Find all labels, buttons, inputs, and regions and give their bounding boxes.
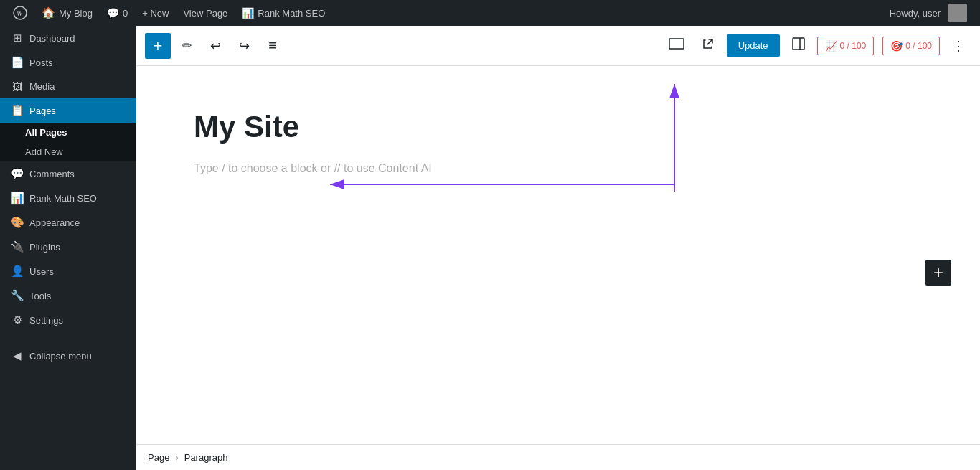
pages-icon: 📋 <box>11 104 24 117</box>
dashboard-icon: ⊞ <box>11 32 24 44</box>
sidebar-subitem-add-new[interactable]: Add New <box>0 142 136 161</box>
seo-score-readability[interactable]: 🎯 0 / 100 <box>882 37 940 55</box>
sidebar-active-arrow <box>131 105 136 116</box>
comments-icon: 💬 <box>11 167 24 180</box>
layout-icon <box>792 37 805 54</box>
pages-submenu: All Pages Add New <box>0 123 136 161</box>
undo-icon: ↩ <box>210 38 221 54</box>
svg-rect-3 <box>793 38 804 50</box>
admin-bar-blog-name[interactable]: 🏠 My Blog <box>34 0 100 26</box>
posts-icon: 📄 <box>11 56 24 69</box>
admin-bar: W 🏠 My Blog 💬 0 + New View Page 📊 Rank M… <box>0 0 980 26</box>
tools-button[interactable]: ✏ <box>174 33 199 59</box>
list-icon: ≡ <box>268 37 277 54</box>
sidebar-item-tools[interactable]: 🔧 Tools <box>0 283 136 308</box>
breadcrumb-separator: › <box>175 452 178 463</box>
add-block-floating-button[interactable]: + <box>925 260 951 286</box>
appearance-icon: 🎨 <box>11 216 24 229</box>
sidebar: ⊞ Dashboard 📄 Posts 🖼 Media 📋 Pages All … <box>0 26 136 470</box>
sidebar-item-settings[interactable]: ⚙ Settings <box>0 308 136 332</box>
editor-content[interactable]: My Site Type / to choose a block or // t… <box>136 66 980 444</box>
settings-icon: ⚙ <box>11 314 24 326</box>
sidebar-item-media[interactable]: 🖼 Media <box>0 75 136 98</box>
document-overview-button[interactable]: ≡ <box>260 33 286 59</box>
page-title-input[interactable]: My Site <box>194 109 923 145</box>
plugins-icon: 🔌 <box>11 240 24 253</box>
seo-score-seo[interactable]: 📈 0 / 100 <box>817 37 875 55</box>
media-icon: 🖼 <box>11 80 24 93</box>
block-placeholder[interactable]: Type / to choose a block or // to use Co… <box>194 162 923 175</box>
view-page-button[interactable] <box>695 33 721 59</box>
sidebar-item-appearance[interactable]: 🎨 Appearance <box>0 210 136 235</box>
sidebar-item-posts[interactable]: 📄 Posts <box>0 50 136 75</box>
admin-bar-view-page[interactable]: View Page <box>176 0 235 26</box>
add-block-floating-icon: + <box>933 263 943 283</box>
rank-math-icon: 📊 <box>11 192 24 205</box>
breadcrumb-current[interactable]: Paragraph <box>184 452 228 463</box>
sidebar-item-pages[interactable]: 📋 Pages <box>0 98 136 123</box>
redo-button[interactable]: ↪ <box>231 33 257 59</box>
admin-bar-new[interactable]: + New <box>135 0 176 26</box>
editor-toolbar: + ✏ ↩ ↪ ≡ <box>136 26 980 66</box>
update-button[interactable]: Update <box>727 34 780 57</box>
svg-text:W: W <box>17 9 24 17</box>
svg-rect-2 <box>669 39 684 49</box>
sidebar-item-users[interactable]: 👤 Users <box>0 259 136 283</box>
sidebar-subitem-all-pages[interactable]: All Pages <box>0 123 136 142</box>
status-bar: Page › Paragraph <box>136 444 980 470</box>
sidebar-item-comments[interactable]: 💬 Comments <box>0 161 136 186</box>
admin-bar-rank-math[interactable]: 📊 Rank Math SEO <box>235 0 332 26</box>
admin-bar-howdy[interactable]: Howdy, user <box>882 0 974 26</box>
sidebar-item-dashboard[interactable]: ⊞ Dashboard <box>0 26 136 50</box>
kebab-icon: ⋮ <box>952 38 965 54</box>
settings-panel-button[interactable] <box>786 33 811 59</box>
undo-button[interactable]: ↩ <box>202 33 228 59</box>
add-block-button[interactable]: + <box>145 33 171 59</box>
breadcrumb-page[interactable]: Page <box>148 452 169 463</box>
pencil-icon: ✏ <box>182 39 192 52</box>
more-options-button[interactable]: ⋮ <box>946 33 971 59</box>
preview-icon <box>669 38 684 53</box>
collapse-icon: ◀ <box>11 349 24 362</box>
sidebar-collapse-menu[interactable]: ◀ Collapse menu <box>0 344 136 368</box>
editor-area: + ✏ ↩ ↪ ≡ <box>136 26 980 470</box>
sidebar-item-rank-math[interactable]: 📊 Rank Math SEO <box>0 186 136 210</box>
external-link-icon <box>702 37 715 54</box>
sidebar-item-plugins[interactable]: 🔌 Plugins <box>0 235 136 259</box>
users-icon: 👤 <box>11 265 24 278</box>
admin-bar-comments[interactable]: 💬 0 <box>100 0 135 26</box>
sidebar-menu: ⊞ Dashboard 📄 Posts 🖼 Media 📋 Pages All … <box>0 26 136 368</box>
seo-score-readability-icon: 🎯 <box>890 40 903 52</box>
tools-icon: 🔧 <box>11 289 24 302</box>
seo-score-seo-icon: 📈 <box>825 40 837 52</box>
redo-icon: ↪ <box>239 38 250 54</box>
wp-logo-item[interactable]: W <box>6 0 34 26</box>
toolbar-right: Update 📈 0 / 100 🎯 0 / 100 <box>664 33 971 59</box>
preview-button[interactable] <box>664 33 689 59</box>
